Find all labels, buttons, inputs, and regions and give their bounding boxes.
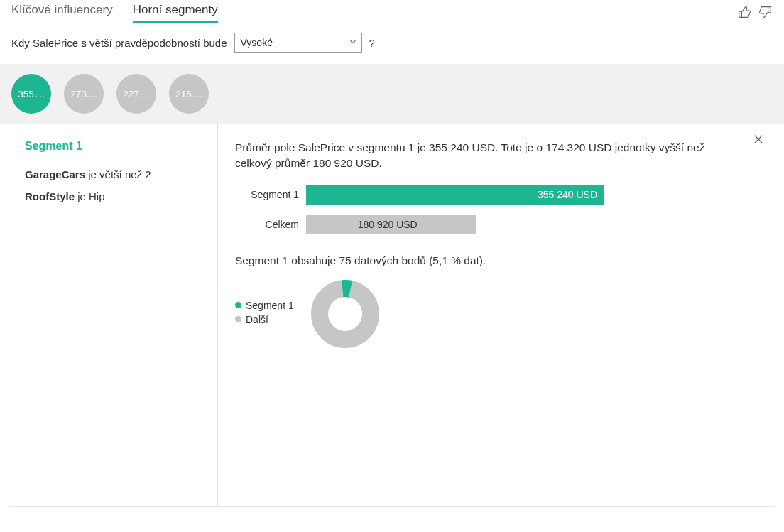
tab-key-influencers[interactable]: Klíčové influencery: [11, 3, 113, 23]
select-value: Vysoké: [241, 37, 273, 48]
bar-value: 180 920 USD: [358, 219, 418, 230]
bar-segment: 355 240 USD: [306, 185, 604, 205]
segment-bubble-2[interactable]: 273....: [64, 74, 104, 114]
bar-label-total: Celkem: [235, 219, 306, 230]
condition-line: GarageCars je větší než 2: [25, 168, 202, 180]
legend-label: Segment 1: [246, 300, 294, 311]
donut-legend: Segment 1 Další: [235, 300, 294, 328]
help-icon[interactable]: ?: [369, 37, 375, 49]
condition-rest: je Hip: [75, 190, 105, 202]
query-prefix: Kdy SalePrice s větší pravděpodobností b…: [11, 37, 227, 49]
close-icon[interactable]: [752, 133, 765, 148]
donut-chart: [310, 278, 381, 349]
legend-dot-segment: [235, 302, 241, 308]
legend-dot-other: [235, 316, 241, 322]
bar-total: 180 920 USD: [306, 215, 476, 234]
segment-bubble-strip: 355.... 273.... 227.... 216....: [0, 64, 784, 124]
bar-value: 355 240 USD: [538, 189, 597, 200]
bar-label-segment: Segment 1: [235, 189, 306, 200]
condition-field: RoofStyle: [25, 190, 75, 202]
legend-label: Další: [246, 314, 268, 325]
segment-points-text: Segment 1 obsahuje 75 datových bodů (5,1…: [235, 254, 758, 267]
condition-line: RoofStyle je Hip: [25, 190, 202, 202]
segment-bubble-3[interactable]: 227....: [116, 74, 156, 114]
segment-bubble-1[interactable]: 355....: [11, 74, 51, 114]
segment-detail-panel: Průměr pole SalePrice v segmentu 1 je 35…: [217, 124, 775, 507]
thumbs-up-icon[interactable]: [737, 4, 753, 22]
segment-title: Segment 1: [25, 140, 202, 153]
thumbs-down-icon[interactable]: [757, 4, 773, 22]
condition-rest: je větší než 2: [85, 168, 151, 180]
saleprice-target-select[interactable]: Vysoké: [234, 33, 362, 53]
tab-top-segments[interactable]: Horní segmenty: [133, 3, 218, 23]
segment-bubble-4[interactable]: 216....: [169, 74, 209, 114]
segment-summary-text: Průměr pole SalePrice v segmentu 1 je 35…: [235, 140, 732, 172]
condition-field: GarageCars: [25, 168, 85, 180]
comparison-bar-chart: Segment 1 355 240 USD Celkem 180 920 USD: [235, 185, 758, 234]
svg-point-4: [330, 298, 361, 330]
segment-conditions-panel: Segment 1 GarageCars je větší než 2 Roof…: [9, 124, 217, 507]
